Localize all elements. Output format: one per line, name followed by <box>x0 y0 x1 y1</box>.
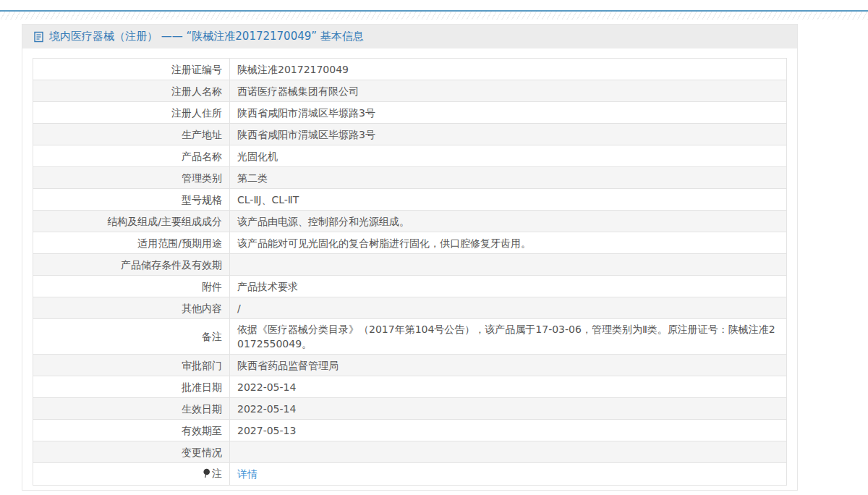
info-table: 注册证编号陕械注准20172170049注册人名称西诺医疗器械集团有限公司注册人… <box>33 58 787 486</box>
table-row: 生产地址陕西省咸阳市渭城区毕塬路3号 <box>33 124 787 145</box>
row-value: 第二类 <box>230 167 787 189</box>
table-row: 附件产品技术要求 <box>33 276 787 297</box>
table-row: 批准日期2022-05-14 <box>33 376 787 398</box>
row-label: 适用范围/预期用途 <box>33 232 230 254</box>
row-value: 陕械注准20172170049 <box>230 59 787 80</box>
top-decoration-strip <box>0 10 868 20</box>
document-icon <box>33 31 44 43</box>
row-label-text: 备注 <box>202 331 222 342</box>
page-title: 境内医疗器械（注册） —— “陕械注准20172170049” 基本信息 <box>49 30 364 43</box>
row-value: 光固化机 <box>230 145 787 167</box>
row-label: 备注 <box>33 319 230 355</box>
row-label-text: 注册人住所 <box>171 107 222 119</box>
row-label: 审批部门 <box>33 355 230 376</box>
row-value: 详情 <box>230 463 787 486</box>
panel-body: 注册证编号陕械注准20172170049注册人名称西诺医疗器械集团有限公司注册人… <box>22 48 797 490</box>
row-value <box>230 254 787 276</box>
table-row: 适用范围/预期用途该产品能对可见光固化的复合树脂进行固化，供口腔修复牙齿用。 <box>33 232 787 254</box>
row-label-text: 附件 <box>202 281 222 292</box>
row-label: 变更情况 <box>33 441 230 463</box>
row-label-text: 结构及组成/主要组成成分 <box>107 216 222 227</box>
row-label: 产品名称 <box>33 145 230 167</box>
detail-link[interactable]: 详情 <box>237 468 258 480</box>
row-label: 管理类别 <box>33 167 230 189</box>
row-value-text: 光固化机 <box>237 151 278 162</box>
row-value-text: 陕械注准20172170049 <box>237 64 349 75</box>
table-row: 产品储存条件及有效期 <box>33 254 787 276</box>
row-value-text: 第二类 <box>237 172 268 184</box>
row-label: 注册人住所 <box>33 102 230 124</box>
table-row: 其他内容/ <box>33 297 787 319</box>
row-label: 型号规格 <box>33 189 230 211</box>
row-label: 产品储存条件及有效期 <box>33 254 230 276</box>
row-label: 有效期至 <box>33 420 230 441</box>
row-value-text: 该产品能对可见光固化的复合树脂进行固化，供口腔修复牙齿用。 <box>237 237 531 249</box>
row-label-text: 生效日期 <box>182 403 222 415</box>
row-label-text: 审批部门 <box>182 360 222 371</box>
table-row: 变更情况 <box>33 441 787 463</box>
row-value: 西诺医疗器械集团有限公司 <box>230 80 787 102</box>
row-value: 依据《医疗器械分类目录》（2017年第104号公告），该产品属于17-03-06… <box>230 319 787 355</box>
row-label-text: 注册证编号 <box>171 64 222 75</box>
panel-header: 境内医疗器械（注册） —— “陕械注准20172170049” 基本信息 <box>22 25 797 48</box>
row-value: 陕西省咸阳市渭城区毕塬路3号 <box>230 124 787 145</box>
row-label: 生产地址 <box>33 124 230 145</box>
row-label-text: 其他内容 <box>182 302 222 314</box>
row-label-text: 注 <box>212 468 222 479</box>
table-row: 型号规格CL-ⅡJ、CL-ⅡT <box>33 189 787 211</box>
row-value: 该产品由电源、控制部分和光源组成。 <box>230 211 787 232</box>
table-row: 注册人名称西诺医疗器械集团有限公司 <box>33 80 787 102</box>
table-row: 注册人住所陕西省咸阳市渭城区毕塬路3号 <box>33 102 787 124</box>
row-value: 产品技术要求 <box>230 276 787 297</box>
row-label: 批准日期 <box>33 376 230 398</box>
table-row: 有效期至2027-05-13 <box>33 420 787 441</box>
table-row: 生效日期2022-05-14 <box>33 398 787 420</box>
row-label: 注 <box>33 463 230 486</box>
row-value-text: 该产品由电源、控制部分和光源组成。 <box>237 216 409 227</box>
row-value-text: 2027-05-13 <box>237 425 296 436</box>
table-row: 结构及组成/主要组成成分该产品由电源、控制部分和光源组成。 <box>33 211 787 232</box>
row-value: 2022-05-14 <box>230 376 787 398</box>
row-value-text: 西诺医疗器械集团有限公司 <box>237 85 359 97</box>
row-label-text: 批准日期 <box>182 381 222 393</box>
table-row: 产品名称光固化机 <box>33 145 787 167</box>
row-value: 该产品能对可见光固化的复合树脂进行固化，供口腔修复牙齿用。 <box>230 232 787 254</box>
row-value: / <box>230 297 787 319</box>
note-balloon-icon <box>203 468 210 482</box>
row-value-text: 陕西省咸阳市渭城区毕塬路3号 <box>237 129 375 140</box>
row-label-text: 适用范围/预期用途 <box>137 237 222 249</box>
row-value-text: 2022-05-14 <box>237 381 296 393</box>
row-label-text: 型号规格 <box>182 194 222 206</box>
row-value: 2022-05-14 <box>230 398 787 420</box>
row-value-text: 产品技术要求 <box>237 281 298 292</box>
row-label-text: 生产地址 <box>182 129 222 140</box>
row-value-text: / <box>237 302 241 314</box>
row-label-text: 注册人名称 <box>171 85 222 97</box>
row-value: CL-ⅡJ、CL-ⅡT <box>230 189 787 211</box>
table-row: 备注依据《医疗器械分类目录》（2017年第104号公告），该产品属于17-03-… <box>33 319 787 355</box>
row-label: 其他内容 <box>33 297 230 319</box>
table-row: 注详情 <box>33 463 787 486</box>
row-value <box>230 441 787 463</box>
row-label-text: 产品名称 <box>182 151 222 162</box>
row-value-text: CL-ⅡJ、CL-ⅡT <box>237 194 299 206</box>
table-row: 管理类别第二类 <box>33 167 787 189</box>
row-value: 2027-05-13 <box>230 420 787 441</box>
row-label-text: 有效期至 <box>182 425 222 436</box>
row-value-text: 依据《医疗器械分类目录》（2017年第104号公告），该产品属于17-03-06… <box>237 323 775 350</box>
row-label-text: 产品储存条件及有效期 <box>121 259 222 271</box>
row-value-text: 陕西省药品监督管理局 <box>237 360 339 371</box>
table-row: 注册证编号陕械注准20172170049 <box>33 59 787 80</box>
row-value-text: 陕西省咸阳市渭城区毕塬路3号 <box>237 107 375 119</box>
row-label: 生效日期 <box>33 398 230 420</box>
row-value: 陕西省药品监督管理局 <box>230 355 787 376</box>
row-value-text: 2022-05-14 <box>237 403 296 415</box>
row-label: 附件 <box>33 276 230 297</box>
table-row: 审批部门陕西省药品监督管理局 <box>33 355 787 376</box>
info-panel: 境内医疗器械（注册） —— “陕械注准20172170049” 基本信息 注册证… <box>22 24 798 491</box>
row-label: 注册人名称 <box>33 80 230 102</box>
row-label: 结构及组成/主要组成成分 <box>33 211 230 232</box>
row-label: 注册证编号 <box>33 59 230 80</box>
row-value: 陕西省咸阳市渭城区毕塬路3号 <box>230 102 787 124</box>
row-label-text: 管理类别 <box>182 172 222 184</box>
